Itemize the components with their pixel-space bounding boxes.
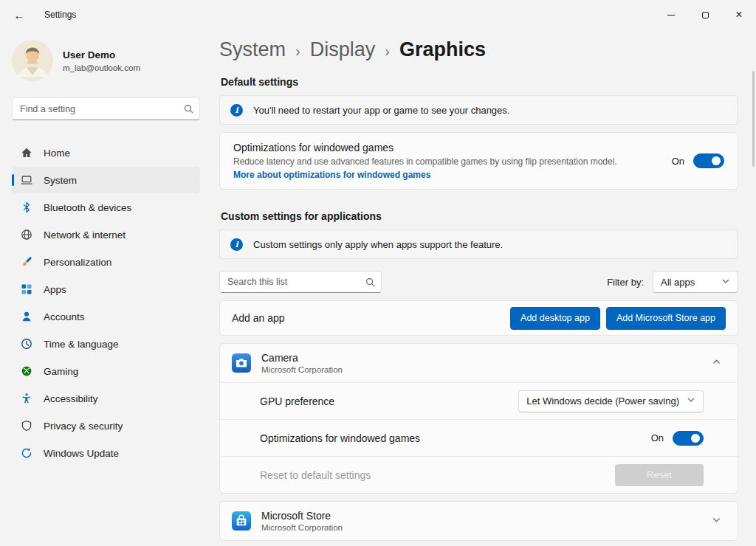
close-icon: × bbox=[735, 8, 742, 21]
chevron-up-icon bbox=[712, 358, 721, 369]
sidebar-item-accounts[interactable]: Accounts bbox=[12, 303, 200, 330]
add-app-card: Add an app Add desktop app Add Microsoft… bbox=[219, 300, 738, 336]
windowed-games-card: Optimizations for windowed games Reduce … bbox=[219, 132, 738, 190]
shield-icon bbox=[21, 420, 32, 432]
close-button[interactable]: × bbox=[722, 0, 756, 30]
update-arrows-icon bbox=[21, 447, 32, 459]
store-app-card: Microsoft Store Microsoft Corporation bbox=[219, 501, 738, 541]
sidebar-item-system[interactable]: System bbox=[12, 167, 200, 193]
sidebar-item-personalization[interactable]: Personalization bbox=[12, 249, 200, 275]
camera-app-icon bbox=[232, 353, 251, 373]
sidebar-nav: Home System Bluetooth & devices Network … bbox=[12, 139, 200, 467]
camera-app-name: Camera bbox=[261, 352, 343, 364]
windowed-games-learn-more-link[interactable]: More about optimizations for windowed ga… bbox=[233, 170, 660, 180]
restart-info-banner: i You'll need to restart your app or gam… bbox=[219, 95, 738, 125]
user-email: m_lab@outlook.com bbox=[63, 63, 140, 72]
clock-icon bbox=[21, 338, 32, 350]
sidebar-item-bluetooth-devices[interactable]: Bluetooth & devices bbox=[12, 194, 200, 221]
user-name: User Demo bbox=[63, 49, 140, 61]
gpu-preference-row: GPU preference Let Windows decide (Power… bbox=[220, 382, 738, 419]
maximize-button[interactable] bbox=[688, 0, 722, 30]
camera-app-publisher: Microsoft Corporation bbox=[261, 365, 343, 374]
camera-windowed-games-toggle-label: On bbox=[651, 432, 664, 443]
gpu-preference-label: GPU preference bbox=[260, 395, 334, 407]
add-desktop-app-button[interactable]: Add desktop app bbox=[510, 307, 600, 330]
info-icon: i bbox=[230, 104, 243, 117]
store-app-name: Microsoft Store bbox=[261, 510, 343, 522]
person-icon bbox=[21, 311, 32, 322]
gpu-preference-dropdown[interactable]: Let Windows decide (Power saving) bbox=[518, 390, 704, 412]
filter-by-label: Filter by: bbox=[607, 277, 644, 288]
windowed-games-title: Optimizations for windowed games bbox=[233, 142, 660, 153]
minimize-icon bbox=[667, 15, 675, 15]
windowed-games-toggle[interactable] bbox=[693, 153, 724, 168]
settings-window: ← Settings × User bbox=[0, 0, 756, 546]
apps-grid-icon bbox=[21, 283, 32, 295]
sidebar-item-gaming[interactable]: Gaming bbox=[12, 358, 200, 384]
sidebar: User Demo m_lab@outlook.com Home System bbox=[0, 30, 210, 546]
restart-info-text: You'll need to restart your app or game … bbox=[253, 105, 509, 116]
sidebar-search bbox=[12, 97, 200, 120]
system-icon bbox=[21, 174, 32, 186]
search-icon bbox=[365, 277, 375, 289]
globe-icon bbox=[21, 229, 32, 241]
info-icon: i bbox=[230, 238, 243, 251]
window-title: Settings bbox=[44, 10, 76, 20]
camera-windowed-games-label: Optimizations for windowed games bbox=[260, 432, 420, 444]
search-icon bbox=[184, 104, 193, 116]
xbox-icon bbox=[21, 365, 32, 377]
collapse-camera-button[interactable] bbox=[707, 354, 726, 372]
vertical-scrollbar[interactable] bbox=[752, 71, 755, 167]
camera-app-header[interactable]: Camera Microsoft Corporation bbox=[220, 344, 738, 382]
window-controls: × bbox=[654, 0, 756, 30]
windowed-games-toggle-label: On bbox=[672, 156, 684, 167]
main-content: System › Display › Graphics Default sett… bbox=[210, 30, 756, 546]
custom-settings-info-banner: i Custom settings only apply when apps s… bbox=[219, 229, 738, 259]
sidebar-item-network-internet[interactable]: Network & internet bbox=[12, 221, 200, 248]
windowed-games-description: Reduce latency and use advanced features… bbox=[233, 156, 660, 167]
home-icon bbox=[21, 147, 32, 159]
sidebar-item-privacy-security[interactable]: Privacy & security bbox=[12, 412, 200, 439]
microsoft-store-app-icon bbox=[232, 511, 251, 531]
store-app-publisher: Microsoft Corporation bbox=[261, 523, 343, 532]
search-list-input[interactable] bbox=[219, 271, 382, 293]
chevron-right-icon: › bbox=[385, 43, 390, 60]
bluetooth-icon bbox=[21, 201, 32, 213]
user-account-block[interactable]: User Demo m_lab@outlook.com bbox=[12, 40, 200, 81]
camera-app-card: Camera Microsoft Corporation GPU prefere… bbox=[219, 343, 738, 494]
app-list-toolbar: Filter by: All apps bbox=[219, 271, 738, 293]
chevron-down-icon bbox=[687, 395, 695, 407]
breadcrumb-display[interactable]: Display bbox=[310, 38, 376, 61]
minimize-button[interactable] bbox=[654, 0, 688, 30]
find-setting-input[interactable] bbox=[12, 97, 200, 120]
titlebar: ← Settings × bbox=[0, 0, 756, 30]
chevron-down-icon bbox=[721, 277, 730, 288]
sidebar-item-windows-update[interactable]: Windows Update bbox=[12, 440, 200, 466]
sidebar-item-home[interactable]: Home bbox=[12, 139, 200, 166]
breadcrumb: System › Display › Graphics bbox=[219, 38, 738, 61]
avatar bbox=[12, 40, 53, 81]
camera-windowed-games-toggle[interactable] bbox=[673, 431, 704, 446]
back-button[interactable]: ← bbox=[6, 4, 32, 26]
store-app-header[interactable]: Microsoft Store Microsoft Corporation bbox=[220, 502, 738, 540]
default-settings-heading: Default settings bbox=[221, 76, 738, 88]
camera-windowed-games-row: Optimizations for windowed games On bbox=[220, 419, 738, 456]
custom-settings-heading: Custom settings for applications bbox=[221, 210, 738, 222]
reset-label: Reset to default settings bbox=[260, 469, 371, 481]
custom-settings-info-text: Custom settings only apply when apps sup… bbox=[253, 239, 503, 250]
sidebar-item-time-language[interactable]: Time & language bbox=[12, 331, 200, 357]
page-title: Graphics bbox=[399, 38, 486, 61]
sidebar-item-accessibility[interactable]: Accessibility bbox=[12, 385, 200, 412]
paintbrush-icon bbox=[21, 256, 32, 268]
sidebar-item-apps[interactable]: Apps bbox=[12, 276, 200, 303]
reset-button[interactable]: Reset bbox=[615, 464, 704, 486]
chevron-down-icon bbox=[712, 516, 721, 527]
breadcrumb-system[interactable]: System bbox=[219, 38, 286, 61]
reset-row: Reset to default settings Reset bbox=[220, 456, 738, 493]
add-app-label: Add an app bbox=[232, 312, 504, 324]
filter-dropdown[interactable]: All apps bbox=[653, 271, 738, 293]
expand-store-button[interactable] bbox=[707, 512, 726, 530]
gpu-preference-value: Let Windows decide (Power saving) bbox=[526, 395, 679, 407]
maximize-icon bbox=[702, 12, 709, 18]
add-microsoft-store-app-button[interactable]: Add Microsoft Store app bbox=[606, 307, 726, 330]
